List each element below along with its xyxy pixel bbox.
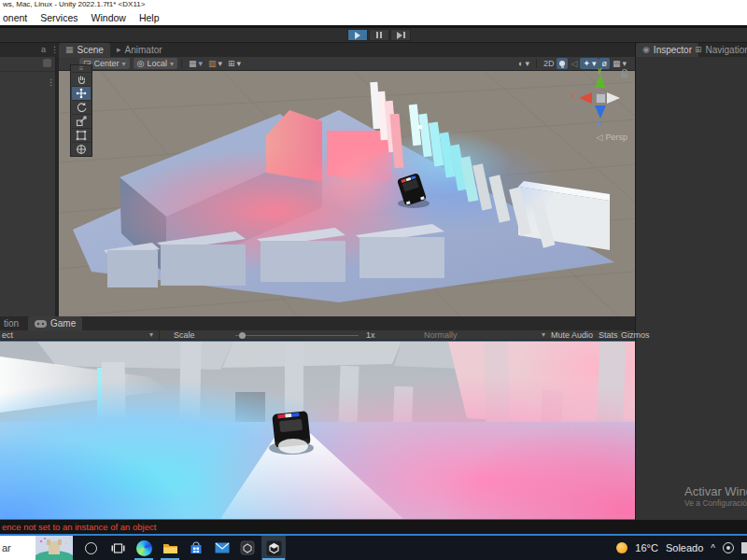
windows-activation-watermark: Activar Windows Ve a Configuración (684, 484, 747, 508)
tab-scene[interactable]: ▦ Scene (59, 43, 110, 57)
z-axis-cone[interactable] (595, 105, 606, 119)
scale-tool-button[interactable] (72, 114, 91, 128)
persp-arrow-icon: ◁ (597, 133, 603, 142)
2d-toggle-button[interactable]: 2D (541, 58, 557, 69)
weather-sun-icon[interactable] (616, 542, 627, 553)
scene-orientation-gizmo[interactable]: y x z (571, 67, 629, 134)
transform-icon (76, 144, 87, 155)
menu-item-window[interactable]: Window (92, 12, 126, 23)
scale-slider-track[interactable] (235, 335, 359, 336)
search-highlight-image[interactable] (35, 536, 73, 560)
transport-controls (347, 29, 411, 41)
menu-item-services[interactable]: Services (40, 12, 78, 23)
play-focus-dropdown[interactable]: Normally ▾ (420, 330, 547, 340)
step-button[interactable] (390, 29, 411, 41)
orientation-mode-button[interactable]: ◎ Local ▾ (134, 58, 177, 69)
system-tray: 16°C Soleado ^ (616, 536, 747, 560)
light-gizmo-dot (418, 125, 422, 129)
hierarchy-create-icon[interactable] (43, 59, 51, 67)
overlay-handle-icon[interactable]: ≡ (79, 65, 84, 72)
inspector-tab-icon: ◉ (642, 46, 650, 54)
y-axis-cone[interactable] (595, 75, 606, 88)
microsoft-store-button[interactable] (184, 536, 208, 560)
axis-x-label: x (571, 91, 574, 100)
menu-item-help[interactable]: Help (139, 12, 160, 23)
scale-label: Scale (174, 330, 195, 340)
tab-animator[interactable]: ▸ Animator (110, 43, 169, 57)
taskbar-search-input[interactable]: ar (0, 536, 35, 560)
edge-button[interactable] (132, 536, 156, 560)
scene-lighting-button[interactable] (557, 58, 568, 69)
weather-condition[interactable]: Soleado (666, 542, 703, 553)
play-icon (355, 32, 360, 39)
orientation-icon: ◎ (137, 59, 145, 68)
grid-visibility-button[interactable]: ▦ ▾ (186, 58, 205, 69)
rect-tool-button[interactable] (72, 128, 91, 142)
navigation-tab-icon: ⊞ (695, 46, 702, 54)
tab-partial[interactable]: tion (0, 316, 22, 330)
scale-slider-thumb[interactable] (239, 332, 246, 339)
tab-navigation[interactable]: ⊞ Navigation (688, 43, 747, 57)
tray-status-icon[interactable] (723, 542, 734, 553)
unity-editor-icon (266, 540, 282, 556)
dropdown-arrow-icon: ▾ (122, 60, 126, 68)
hierarchy-menu-icon[interactable]: ⋮ (50, 45, 59, 54)
transform-tool-button[interactable] (72, 142, 91, 156)
task-view-button[interactable] (106, 536, 130, 560)
hand-tool-button[interactable] (72, 72, 91, 86)
inspector-panel[interactable]: Activar Windows Ve a Configuración (636, 57, 747, 520)
dropdown-arrow-icon: ▾ (525, 59, 529, 68)
unity-hub-button[interactable] (235, 536, 260, 560)
mail-button[interactable] (210, 536, 234, 560)
file-explorer-button[interactable] (158, 536, 182, 560)
hidden-icons-chevron[interactable]: ^ (711, 543, 715, 553)
aspect-dropdown[interactable]: ect ▾ (0, 330, 160, 340)
cortana-button[interactable] (78, 536, 103, 560)
tab-game[interactable]: Game (28, 316, 82, 330)
shading-mode-button[interactable]: ◐ ▾ (515, 58, 532, 69)
projection-toggle[interactable]: ◁ Persp (597, 133, 627, 142)
unity-editor-button[interactable] (261, 536, 286, 560)
game-viewport[interactable] (0, 341, 635, 520)
dropdown-arrow-icon: ▾ (542, 330, 545, 339)
console-error-message[interactable]: ence not set to an instance of an object (2, 522, 156, 532)
snap-move-button[interactable]: ⊞ ▾ (225, 58, 244, 69)
edge-icon (136, 540, 152, 556)
dropdown-arrow-icon: ▾ (170, 60, 174, 68)
shading-sphere-icon: ◐ (518, 59, 523, 68)
move-tool-button[interactable] (72, 86, 91, 100)
microsoft-store-icon (189, 540, 204, 555)
gizmo-center-cube[interactable] (596, 93, 605, 103)
rotate-icon (76, 102, 87, 113)
tray-clipped-icon[interactable] (741, 542, 747, 553)
unity-hub-icon (240, 540, 255, 555)
weather-temperature[interactable]: 16°C (635, 542, 658, 553)
stats-button[interactable]: Stats (599, 330, 618, 340)
menu-item-component[interactable]: onent (3, 12, 27, 23)
status-bar[interactable]: ence not set to an instance of an object (0, 520, 747, 534)
cortana-icon (85, 542, 97, 554)
mute-audio-button[interactable]: Mute Audio (551, 330, 593, 340)
unity-toolbar (0, 28, 747, 43)
dropdown-arrow-icon: ▾ (149, 330, 153, 339)
scene-viewport[interactable]: ≡ y x (59, 71, 635, 316)
task-view-icon (111, 542, 125, 554)
window-titlebar[interactable]: ws, Mac, Linux - Unity 2022.1.7f1* <DX11… (0, 0, 747, 9)
filter-icon[interactable]: a (41, 45, 46, 54)
snap-increment-button[interactable]: ▥ ▾ (205, 58, 225, 69)
file-explorer-icon (162, 541, 178, 554)
step-icon (397, 32, 402, 39)
axis-y-label: y (598, 65, 601, 74)
game-render (0, 342, 635, 519)
rotate-tool-button[interactable] (72, 100, 91, 114)
gizmos-dropdown[interactable]: Gizmos (621, 330, 650, 340)
play-button[interactable] (347, 29, 368, 41)
pause-button[interactable] (369, 29, 389, 41)
item-menu-icon[interactable]: ⋮ (47, 77, 55, 87)
free-axis-cone[interactable] (607, 92, 620, 104)
x-axis-cone[interactable] (579, 92, 592, 104)
scene-tab-icon: ▦ (65, 46, 74, 54)
lock-icon[interactable] (621, 73, 627, 77)
game-tabstrip: tion Game (0, 316, 635, 330)
hierarchy-panel[interactable]: ⋮ (0, 57, 56, 316)
